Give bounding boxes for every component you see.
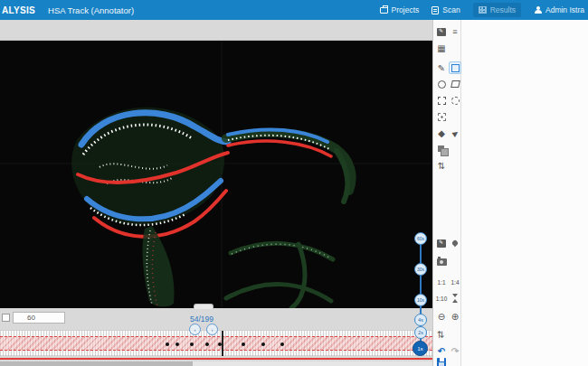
cursor-glyph: ► [449, 127, 461, 140]
timeline-playhead[interactable] [222, 331, 223, 356]
image-canvas[interactable] [0, 41, 432, 308]
grid-view-icon[interactable]: ▦ [435, 42, 448, 54]
interval-chip-2s[interactable]: 2s [414, 326, 427, 339]
chip-label: 60s [417, 236, 424, 241]
zoom-ratio-1-1-button[interactable]: 1:1 [434, 276, 449, 288]
interval-chip-10s[interactable]: 10s [414, 294, 427, 306]
dashed-circle-glyph [451, 97, 460, 105]
app-window: ALYSIS HSA Track (Annotator) Projects Sc… [0, 0, 588, 366]
timeline-annotation-band [0, 336, 432, 351]
ratio-1-1-label: 1:1 [437, 279, 445, 286]
prev-frame-button[interactable]: ‹ [189, 324, 201, 335]
fit-screen-icon[interactable] [449, 292, 461, 305]
frame-counter-value: 54/199 [190, 314, 213, 324]
dashed-rect-tool[interactable] [435, 94, 448, 107]
snapshot-glyph [437, 239, 446, 248]
keyframe-dot[interactable] [175, 343, 179, 346]
grid-glyph: ▦ [437, 43, 445, 53]
chip-label: 4s [418, 317, 422, 323]
keyframe-dot[interactable] [166, 343, 169, 346]
playback-interval-selector: 60s 30s 10s 4s 2s 1s [409, 230, 432, 357]
camera-icon[interactable] [435, 256, 448, 268]
frame-counter: 54/199 [181, 314, 223, 324]
annotate-snapshot-icon[interactable] [435, 237, 448, 249]
bucket-glyph: ◆ [438, 128, 445, 138]
results-grid-icon [479, 6, 487, 14]
fps-input[interactable]: 60 [13, 312, 65, 324]
prev-icon: ‹ [194, 327, 196, 333]
interval-chip-30s[interactable]: 30s [414, 263, 427, 276]
nav-user-label: Admin Istra [545, 5, 584, 14]
tool-strip: ≡ ▦ ✎ ◆ ► ⇅ 1:1 1:4 1:10 ⊖ ⊕ ⇄ ↶ ↷ [432, 20, 461, 366]
redo-button: ↷ [449, 344, 461, 357]
pin-icon[interactable] [449, 237, 461, 249]
layers-icon[interactable] [435, 143, 448, 155]
undo-glyph: ↶ [438, 346, 445, 356]
chip-label: 1s [418, 346, 423, 352]
chip-label: 10s [417, 297, 424, 303]
zoom-ratio-1-4-button[interactable]: 1:4 [448, 276, 462, 288]
briefcase-icon [380, 7, 388, 14]
fps-value: 60 [27, 314, 35, 322]
keyframe-dot[interactable] [205, 343, 209, 346]
ratio-1-4-label: 1:4 [450, 279, 459, 286]
user-icon [534, 6, 542, 14]
save-glyph [437, 358, 446, 366]
pencil-tool[interactable]: ✎ [435, 61, 448, 74]
marquee-glyph [438, 113, 446, 121]
redo-glyph: ↷ [451, 346, 459, 356]
zoom-in-icon[interactable]: ⊕ [449, 310, 461, 323]
undo-button[interactable]: ↶ [435, 344, 448, 357]
polygon-glyph [450, 80, 460, 88]
zoom-out-glyph: ⊖ [438, 312, 445, 322]
rectangle-glyph [451, 64, 460, 72]
pin-glyph [451, 239, 459, 247]
annotated-frame-image [0, 41, 432, 308]
interval-chip-60s[interactable]: 60s [414, 232, 427, 245]
nav-user[interactable]: Admin Istra [534, 5, 584, 14]
dashed-rect-glyph [438, 97, 446, 105]
panel-drag-handle[interactable] [194, 304, 213, 309]
horizontal-scrollbar-thumb[interactable] [0, 361, 193, 366]
export-image-glyph [437, 28, 446, 36]
keyframe-dot[interactable] [280, 343, 284, 346]
swap-compare-icon[interactable]: ⇄ [435, 328, 448, 341]
camera-glyph [437, 258, 447, 266]
keyframe-dot[interactable] [261, 343, 265, 346]
scan-icon [432, 6, 439, 14]
zoom-ratio-1-10-button[interactable]: 1:10 [434, 292, 449, 305]
fps-checkbox[interactable] [2, 314, 10, 322]
chip-label: 30s [417, 267, 424, 272]
export-image-icon[interactable] [435, 25, 448, 38]
dashed-circle-tool[interactable] [449, 94, 461, 107]
circle-glyph [438, 80, 446, 89]
rois-panel [461, 20, 588, 366]
save-button[interactable] [435, 356, 448, 366]
interval-chip-4s[interactable]: 4s [414, 314, 427, 326]
page-title: HSA Track (Annotator) [48, 5, 134, 15]
chip-label: 2s [418, 330, 422, 335]
zoom-out-icon[interactable]: ⊖ [435, 310, 448, 323]
polygon-tool[interactable] [449, 78, 461, 90]
swap-glyph: ⇄ [437, 331, 447, 338]
menu-icon[interactable]: ≡ [449, 25, 461, 38]
circle-tool[interactable] [435, 78, 448, 90]
ratio-1-10-label: 1:10 [436, 296, 448, 302]
sort-order-icon[interactable]: ⇅ [435, 159, 448, 172]
canvas-header-bar [0, 20, 432, 41]
next-frame-button[interactable]: › [206, 324, 218, 335]
keyframe-dot[interactable] [190, 343, 194, 346]
interval-chip-1s-selected[interactable]: 1s [413, 341, 428, 356]
nav-scan[interactable]: Scan [432, 5, 460, 14]
nav-projects-label: Projects [392, 5, 420, 14]
nav-projects[interactable]: Projects [380, 5, 420, 14]
next-icon: › [212, 327, 213, 333]
keyframe-dot[interactable] [242, 343, 245, 346]
nav-results-label: Results [490, 5, 516, 14]
rectangle-tool-selected[interactable] [449, 61, 461, 74]
layers-glyph [438, 145, 446, 154]
brand-logo: ALYSIS [2, 5, 35, 15]
timeline-range-line [0, 358, 432, 360]
fill-bucket-tool[interactable]: ◆ [435, 127, 448, 139]
marquee-tool[interactable] [435, 110, 448, 123]
